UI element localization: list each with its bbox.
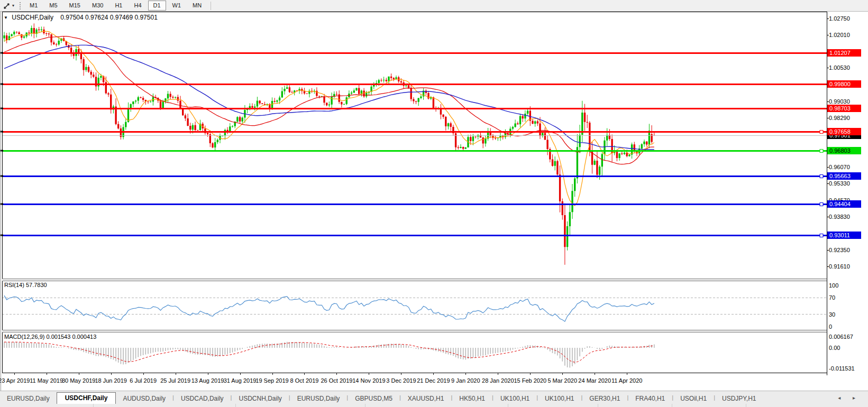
mt4-window: ▾ M1M5M15M30H1H4D1W1MN ▼ USDCHF,Daily 0.… [0, 0, 868, 407]
line-left-anchor [0, 131, 3, 133]
timeframe-button-m30[interactable]: M30 [87, 1, 108, 11]
line-drag-handle[interactable] [820, 234, 823, 237]
timeframe-button-m5[interactable]: M5 [44, 1, 62, 11]
line-drag-handle[interactable] [820, 203, 823, 206]
status-divider [235, 404, 236, 407]
chart-tab-usdcad-daily[interactable]: USDCAD,Daily [174, 393, 231, 404]
chart-tab-ger30-h1[interactable]: GER30,H1 [582, 393, 627, 404]
timeframe-button-d1[interactable]: D1 [148, 1, 166, 11]
chevron-down-icon[interactable]: ▾ [12, 3, 17, 8]
chart-tab-bar: EURUSD,DailyUSDCHF,DailyAUDUSD,Daily|USD… [0, 391, 868, 404]
toolbar-separator [211, 2, 211, 10]
line-left-anchor [0, 150, 3, 152]
chart-tab-usoil-h1[interactable]: USOil,H1 [673, 393, 714, 404]
status-divider [93, 404, 94, 407]
status-divider [365, 404, 366, 407]
timeframe-button-h4[interactable]: H4 [129, 1, 147, 11]
line-drag-handle[interactable] [820, 131, 823, 134]
tab-scroll-arrows[interactable]: ◂ ▸ [838, 395, 861, 401]
line-drag-handle[interactable] [820, 175, 823, 178]
chart-tab-hk50-h1[interactable]: HK50,H1 [452, 393, 492, 404]
chart-tab-audusd-daily[interactable]: AUDUSD,Daily [116, 393, 172, 404]
timeframe-button-h1[interactable]: H1 [109, 1, 127, 11]
chart-tab-xauusd-h1[interactable]: XAUUSD,H1 [401, 393, 451, 404]
line-drag-handle[interactable] [820, 150, 823, 153]
timeframe-toolbar: ▾ M1M5M15M30H1H4D1W1MN [0, 0, 868, 12]
chart-tab-usdchf-daily[interactable]: USDCHF,Daily [57, 392, 116, 404]
status-divider [598, 404, 598, 407]
chart-plot-area[interactable] [0, 0, 868, 407]
line-left-anchor [0, 235, 3, 236]
toolbar-grip[interactable] [20, 2, 21, 10]
status-divider [508, 404, 508, 407]
line-left-anchor [0, 84, 3, 85]
timeframe-button-w1[interactable]: W1 [167, 1, 187, 11]
chart-tab-uk100-h1[interactable]: UK100,H1 [494, 393, 536, 404]
timeframe-button-mn[interactable]: MN [187, 1, 207, 11]
chart-tab-usdjpy-h1[interactable]: USDJPY,H1 [715, 393, 763, 404]
chart-background [0, 11, 868, 391]
chart-tab-gbpusd-m5[interactable]: GBPUSD,M5 [348, 393, 399, 404]
line-left-anchor [0, 204, 3, 205]
chart-tab-fra40-h1[interactable]: FRA40,H1 [628, 393, 672, 404]
line-left-anchor [0, 108, 3, 109]
line-left-anchor [0, 52, 3, 54]
chart-tab-uk100-h1[interactable]: UK100,H1 [538, 393, 581, 404]
status-divider [746, 404, 746, 407]
chart-tab-eurusd-daily[interactable]: EURUSD,Daily [0, 393, 57, 404]
chart-tab-usdcnh-daily[interactable]: USDCNH,Daily [232, 393, 288, 404]
chart-tab-eurusd-daily[interactable]: EURUSD,Daily [290, 393, 347, 404]
chart-tool-icon[interactable] [2, 1, 12, 11]
status-strip [0, 404, 868, 407]
timeframe-button-m1[interactable]: M1 [24, 1, 43, 11]
status-divider [672, 404, 672, 407]
line-left-anchor [0, 175, 3, 177]
timeframe-button-m15[interactable]: M15 [64, 1, 86, 11]
